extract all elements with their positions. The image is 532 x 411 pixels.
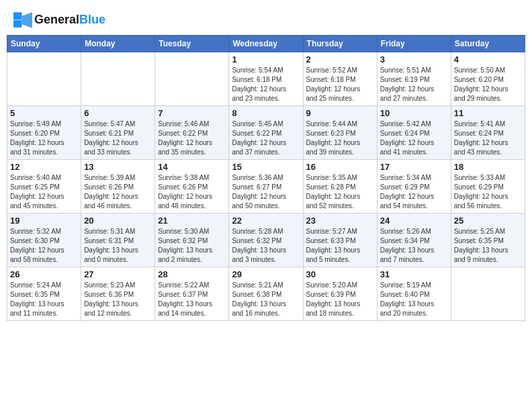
calendar-cell: 9Sunrise: 5:44 AM Sunset: 6:23 PM Daylig… [303,106,377,160]
day-number: 11 [454,108,522,118]
day-number: 21 [158,216,226,226]
day-info: Sunrise: 5:34 AM Sunset: 6:29 PM Dayligh… [380,173,448,211]
day-info: Sunrise: 5:41 AM Sunset: 6:24 PM Dayligh… [454,120,522,157]
day-number: 30 [306,269,374,279]
calendar-cell: 30Sunrise: 5:20 AM Sunset: 6:39 PM Dayli… [303,267,377,321]
header-saturday: Saturday [451,36,525,52]
day-info: Sunrise: 5:21 AM Sunset: 6:38 PM Dayligh… [232,281,300,318]
calendar-cell: 17Sunrise: 5:34 AM Sunset: 6:29 PM Dayli… [377,160,451,214]
calendar-cell: 14Sunrise: 5:38 AM Sunset: 6:26 PM Dayli… [155,160,229,214]
header-wednesday: Wednesday [229,36,303,52]
calendar-cell [7,52,81,106]
calendar-cell: 26Sunrise: 5:24 AM Sunset: 6:35 PM Dayli… [7,267,81,321]
page-header: GeneralBlue [7,7,525,31]
day-info: Sunrise: 5:23 AM Sunset: 6:36 PM Dayligh… [84,281,152,318]
day-number: 20 [84,216,152,226]
day-info: Sunrise: 5:27 AM Sunset: 6:33 PM Dayligh… [306,227,374,265]
calendar-cell: 6Sunrise: 5:47 AM Sunset: 6:21 PM Daylig… [81,106,155,160]
day-number: 14 [158,162,226,172]
day-info: Sunrise: 5:38 AM Sunset: 6:26 PM Dayligh… [158,173,226,211]
day-number: 27 [84,269,152,279]
calendar-cell: 7Sunrise: 5:46 AM Sunset: 6:22 PM Daylig… [155,106,229,160]
calendar-cell: 25Sunrise: 5:25 AM Sunset: 6:35 PM Dayli… [451,214,525,267]
calendar-cell: 31Sunrise: 5:19 AM Sunset: 6:40 PM Dayli… [377,267,451,321]
day-number: 29 [232,269,300,279]
day-number: 4 [454,54,522,64]
day-info: Sunrise: 5:35 AM Sunset: 6:28 PM Dayligh… [306,173,374,211]
calendar-cell: 29Sunrise: 5:21 AM Sunset: 6:38 PM Dayli… [229,267,303,321]
day-info: Sunrise: 5:44 AM Sunset: 6:23 PM Dayligh… [306,120,374,157]
header-sunday: Sunday [7,36,81,52]
day-info: Sunrise: 5:50 AM Sunset: 6:20 PM Dayligh… [454,66,522,103]
calendar-cell: 18Sunrise: 5:33 AM Sunset: 6:29 PM Dayli… [451,160,525,214]
calendar-cell: 28Sunrise: 5:22 AM Sunset: 6:37 PM Dayli… [155,267,229,321]
day-number: 28 [158,269,226,279]
header-row: SundayMondayTuesdayWednesdayThursdayFrid… [7,36,525,52]
calendar-cell: 12Sunrise: 5:40 AM Sunset: 6:25 PM Dayli… [7,160,81,214]
week-row-5: 26Sunrise: 5:24 AM Sunset: 6:35 PM Dayli… [7,267,525,321]
calendar-cell: 20Sunrise: 5:31 AM Sunset: 6:31 PM Dayli… [81,214,155,267]
day-info: Sunrise: 5:54 AM Sunset: 6:18 PM Dayligh… [232,66,300,103]
day-info: Sunrise: 5:24 AM Sunset: 6:35 PM Dayligh… [10,281,78,318]
day-number: 15 [232,162,300,172]
day-info: Sunrise: 5:39 AM Sunset: 6:26 PM Dayligh… [84,173,152,211]
day-info: Sunrise: 5:46 AM Sunset: 6:22 PM Dayligh… [158,120,226,157]
day-info: Sunrise: 5:32 AM Sunset: 6:30 PM Dayligh… [10,227,78,265]
svg-marker-2 [21,12,32,28]
day-number: 17 [380,162,448,172]
day-info: Sunrise: 5:31 AM Sunset: 6:31 PM Dayligh… [84,227,152,265]
logo-icon [13,12,32,28]
day-info: Sunrise: 5:22 AM Sunset: 6:37 PM Dayligh… [158,281,226,318]
day-info: Sunrise: 5:20 AM Sunset: 6:39 PM Dayligh… [306,281,374,318]
calendar-cell: 11Sunrise: 5:41 AM Sunset: 6:24 PM Dayli… [451,106,525,160]
calendar-cell: 22Sunrise: 5:28 AM Sunset: 6:32 PM Dayli… [229,214,303,267]
day-info: Sunrise: 5:47 AM Sunset: 6:21 PM Dayligh… [84,120,152,157]
day-info: Sunrise: 5:28 AM Sunset: 6:32 PM Dayligh… [232,227,300,265]
day-number: 24 [380,216,448,226]
header-monday: Monday [81,36,155,52]
day-info: Sunrise: 5:36 AM Sunset: 6:27 PM Dayligh… [232,173,300,211]
calendar-cell: 4Sunrise: 5:50 AM Sunset: 6:20 PM Daylig… [451,52,525,106]
calendar-cell: 24Sunrise: 5:26 AM Sunset: 6:34 PM Dayli… [377,214,451,267]
calendar-cell [155,52,229,106]
calendar-cell: 5Sunrise: 5:49 AM Sunset: 6:20 PM Daylig… [7,106,81,160]
day-number: 7 [158,108,226,118]
calendar-cell: 27Sunrise: 5:23 AM Sunset: 6:36 PM Dayli… [81,267,155,321]
week-row-3: 12Sunrise: 5:40 AM Sunset: 6:25 PM Dayli… [7,160,525,214]
calendar-cell: 10Sunrise: 5:42 AM Sunset: 6:24 PM Dayli… [377,106,451,160]
day-info: Sunrise: 5:30 AM Sunset: 6:32 PM Dayligh… [158,227,226,265]
week-row-1: 1Sunrise: 5:54 AM Sunset: 6:18 PM Daylig… [7,52,525,106]
day-number: 13 [84,162,152,172]
calendar-cell: 13Sunrise: 5:39 AM Sunset: 6:26 PM Dayli… [81,160,155,214]
day-number: 25 [454,216,522,226]
calendar-cell: 19Sunrise: 5:32 AM Sunset: 6:30 PM Dayli… [7,214,81,267]
calendar-cell [81,52,155,106]
calendar-cell: 8Sunrise: 5:45 AM Sunset: 6:22 PM Daylig… [229,106,303,160]
week-row-4: 19Sunrise: 5:32 AM Sunset: 6:30 PM Dayli… [7,214,525,267]
day-info: Sunrise: 5:51 AM Sunset: 6:19 PM Dayligh… [380,66,448,103]
day-info: Sunrise: 5:49 AM Sunset: 6:20 PM Dayligh… [10,120,78,157]
calendar-cell: 2Sunrise: 5:52 AM Sunset: 6:18 PM Daylig… [303,52,377,106]
calendar-cell: 23Sunrise: 5:27 AM Sunset: 6:33 PM Dayli… [303,214,377,267]
calendar-cell: 1Sunrise: 5:54 AM Sunset: 6:18 PM Daylig… [229,52,303,106]
calendar-cell: 21Sunrise: 5:30 AM Sunset: 6:32 PM Dayli… [155,214,229,267]
logo-text: GeneralBlue [34,13,105,27]
header-friday: Friday [377,36,451,52]
calendar-cell [451,267,525,321]
day-info: Sunrise: 5:25 AM Sunset: 6:35 PM Dayligh… [454,227,522,265]
svg-rect-1 [13,20,21,28]
day-number: 19 [10,216,78,226]
header-thursday: Thursday [303,36,377,52]
day-number: 5 [10,108,78,118]
day-number: 10 [380,108,448,118]
day-info: Sunrise: 5:40 AM Sunset: 6:25 PM Dayligh… [10,173,78,211]
header-tuesday: Tuesday [155,36,229,52]
svg-rect-0 [13,12,21,19]
day-number: 16 [306,162,374,172]
day-info: Sunrise: 5:45 AM Sunset: 6:22 PM Dayligh… [232,120,300,157]
day-number: 22 [232,216,300,226]
day-number: 2 [306,54,374,64]
day-info: Sunrise: 5:19 AM Sunset: 6:40 PM Dayligh… [380,281,448,318]
day-info: Sunrise: 5:52 AM Sunset: 6:18 PM Dayligh… [306,66,374,103]
day-number: 9 [306,108,374,118]
